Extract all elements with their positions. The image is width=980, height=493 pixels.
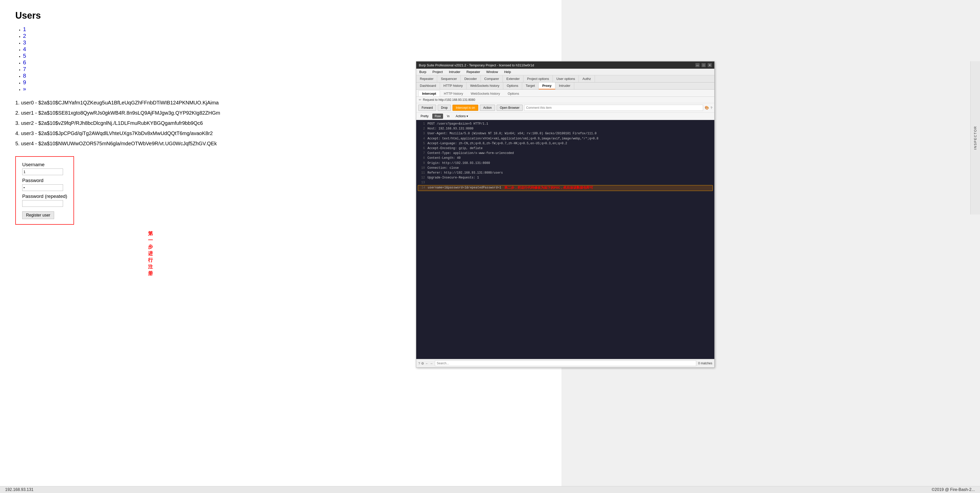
request-line-2: 2Host: 192.168.93.131:8080 [418, 126, 713, 131]
top-tab-user-options[interactable]: User options [553, 75, 579, 82]
request-url-bar: ✏ Request to http://192.168.93.131:8080 [416, 97, 714, 103]
copyright-text: ©2019 @ Fire-Bash-2... [932, 487, 975, 492]
burp-top-tabs: RepeaterSequencerDecoderComparerExtender… [416, 75, 714, 83]
line-number: 13 [418, 180, 425, 185]
password-input[interactable] [22, 184, 63, 191]
user-link[interactable]: 7 [23, 66, 26, 72]
request-line-11: 11Referer: http://192.168.93.131:8080/us… [418, 171, 713, 176]
format-tab-raw[interactable]: Raw [432, 113, 443, 119]
inspector-panel[interactable]: INSPECTOR [970, 61, 980, 214]
request-url: Request to http://192.168.93.131:8080 [423, 98, 475, 102]
line-content: Accept: text/html,application/xhtml+xml,… [428, 136, 598, 141]
top-tab-sequencer[interactable]: Sequencer [437, 75, 461, 82]
line-number: 4 [418, 136, 425, 141]
settings-icon[interactable]: ⚙ [421, 362, 424, 365]
menu-item-repeater[interactable]: Repeater [466, 69, 481, 74]
request-line-6: 6Accept-Encoding: gzip, deflate [418, 146, 713, 151]
line-number: 14 [418, 185, 425, 191]
register-button[interactable]: Register user [22, 211, 54, 219]
top-tab-repeater[interactable]: Repeater [416, 75, 437, 82]
line-content: Connection: close [428, 166, 458, 171]
password-row: Password [22, 178, 67, 191]
second-tab-websockets-history[interactable]: WebSockets history [466, 83, 503, 89]
top-tab-extender[interactable]: Extender [503, 75, 523, 82]
menu-item-window[interactable]: Window [485, 69, 499, 74]
request-line-9: 9Origin: http://192.168.93.131:8080 [418, 161, 713, 166]
request-line-8: 8Content-Length: 40 [418, 156, 713, 161]
proxy-tab-options[interactable]: Options [504, 90, 523, 97]
user-link[interactable]: 2 [23, 33, 26, 39]
line-content: username=1&password=1&repeatedPassword=1 [428, 185, 501, 191]
proxy-tab-http-history[interactable]: HTTP history [440, 90, 467, 97]
user-link[interactable]: 5 [23, 53, 26, 59]
top-tab-project-options[interactable]: Project options [523, 75, 553, 82]
help-icon: 🎨 [705, 106, 709, 110]
menu-item-help[interactable]: Help [503, 69, 512, 74]
password-repeated-input[interactable] [22, 200, 63, 207]
second-tab-dashboard[interactable]: Dashboard [416, 83, 440, 89]
second-tab-proxy[interactable]: Proxy [539, 83, 555, 89]
proxy-tab-intercept[interactable]: Intercept [418, 90, 440, 97]
burp-menubar: BurpProjectIntruderRepeaterWindowHelp [416, 69, 714, 75]
burp-searchbar: ? ⚙ ← → 0 matches [416, 359, 714, 367]
second-tab-http-history[interactable]: HTTP history [440, 83, 467, 89]
user-link[interactable]: » [23, 86, 26, 92]
request-line-5: 5Accept-Language: zh-CN,zh;q=0.8,zh-TW;q… [418, 141, 713, 146]
format-tab-pretty[interactable]: Pretty [418, 113, 431, 119]
line-number: 2 [418, 126, 425, 131]
burp-titlebar: Burp Suite Professional v2021.2 - Tempor… [416, 62, 714, 69]
format-tab-ln[interactable]: \n [445, 113, 452, 119]
line-number: 10 [418, 166, 425, 171]
user-link[interactable]: 4 [23, 46, 26, 52]
back-icon[interactable]: ← [425, 362, 428, 365]
menu-item-burp[interactable]: Burp [418, 69, 427, 74]
matches-count: 0 matches [698, 362, 712, 365]
help-circle-icon[interactable]: ? [418, 362, 420, 365]
line-number: 3 [418, 131, 425, 136]
top-tab-decoder[interactable]: Decoder [461, 75, 480, 82]
top-tab-authz[interactable]: Authz [579, 75, 595, 82]
user-link[interactable]: 9 [23, 79, 26, 86]
user-link[interactable]: 8 [23, 72, 26, 79]
minimize-button[interactable]: — [695, 63, 700, 67]
maximize-button[interactable]: □ [702, 63, 706, 67]
username-label: Username [22, 162, 67, 168]
pencil-icon: ✏ [419, 98, 422, 102]
password-repeated-label: Password (repeated) [22, 193, 67, 199]
page-title: Users [15, 10, 546, 21]
close-button[interactable]: ✕ [708, 63, 712, 67]
proxy-tab-websockets-history[interactable]: WebSockets history [467, 90, 504, 97]
ip-address: 192.168.93.131 [5, 487, 33, 492]
request-line-1: 1POST /users?page=&size=5 HTTP/1.1 [418, 121, 713, 126]
comment-input[interactable] [524, 105, 703, 111]
request-content[interactable]: 1POST /users?page=&size=5 HTTP/1.12Host:… [416, 120, 714, 359]
open-browser-button[interactable]: Open Browser [496, 105, 523, 111]
drop-button[interactable]: Drop [438, 105, 451, 111]
action-button[interactable]: Action [480, 105, 495, 111]
menu-item-project[interactable]: Project [431, 69, 444, 74]
format-tab-actions[interactable]: Actions ▾ [453, 113, 470, 119]
action-bar: Forward Drop Intercept is on Action Open… [416, 103, 714, 113]
format-tabs: Pretty Raw \n Actions ▾ [416, 113, 714, 120]
user-link[interactable]: 1 [23, 26, 26, 32]
forward-button[interactable]: Forward [418, 105, 436, 111]
line-content: Accept-Encoding: gzip, deflate [428, 146, 483, 151]
second-tab-options[interactable]: Options [503, 83, 522, 89]
request-line-14: 14username=1&password=1&repeatedPassword… [418, 185, 713, 191]
search-input[interactable] [435, 361, 696, 366]
line-content: Upgrade-Insecure-Requests: 1 [428, 176, 479, 180]
line-number: 7 [418, 151, 425, 156]
second-tab-target[interactable]: Target [522, 83, 539, 89]
burp-second-tabs: DashboardHTTP historyWebSockets historyO… [416, 83, 714, 89]
user-link[interactable]: 6 [23, 59, 26, 65]
line-content: Content-Length: 40 [428, 156, 461, 161]
user-link[interactable]: 3 [23, 39, 26, 46]
menu-item-intruder[interactable]: Intruder [448, 69, 461, 74]
second-tab-intruder[interactable]: Intruder [555, 83, 574, 89]
username-input[interactable] [22, 169, 63, 175]
intercept-on-button[interactable]: Intercept is on [452, 105, 478, 111]
line-number: 8 [418, 156, 425, 161]
top-tab-comparer[interactable]: Comparer [481, 75, 503, 82]
question-icon: ? [711, 106, 712, 110]
forward-nav-icon[interactable]: → [430, 362, 433, 365]
